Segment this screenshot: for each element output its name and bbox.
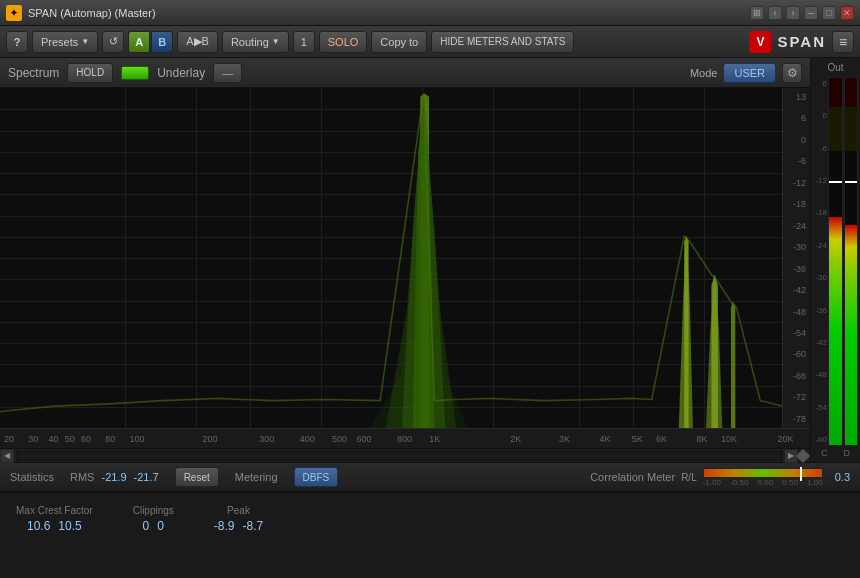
crest-r: 10.5: [58, 519, 81, 533]
clip-r: 0: [157, 519, 164, 533]
back-icon[interactable]: ‹: [768, 6, 782, 20]
x-label-100: 100: [130, 434, 145, 444]
clip-l: 0: [143, 519, 150, 533]
peak-r: -8.7: [243, 519, 264, 533]
presets-label: Presets: [41, 36, 78, 48]
y-label--24: -24: [793, 221, 806, 231]
corr-needle: [800, 467, 802, 481]
crest-factor-group: Max Crest Factor 10.6 10.5: [16, 505, 93, 533]
out-scale-0: 0: [813, 111, 827, 120]
mode-button[interactable]: USER: [723, 63, 776, 83]
presets-button[interactable]: Presets ▼: [32, 31, 98, 53]
corr-scale--05: -0.50: [730, 478, 748, 487]
minimize-button[interactable]: ─: [804, 6, 818, 20]
x-label-300: 300: [259, 434, 274, 444]
out-scale--54: -54: [813, 403, 827, 412]
presets-arrow: ▼: [81, 37, 89, 46]
out-scale--18: -18: [813, 208, 827, 217]
rl-label: R/L: [681, 472, 697, 483]
mode-group: Mode USER ⚙: [690, 63, 802, 83]
title-bar: ✦ SPAN (Automap) (Master) ⊞ ‹ › ─ □ ✕: [0, 0, 860, 26]
solo-button[interactable]: SOLO: [319, 31, 368, 53]
out-meter-r: [844, 77, 859, 446]
scroll-track[interactable]: [16, 451, 782, 461]
peak-group: Peak -8.9 -8.7: [214, 505, 263, 533]
x-label-400: 400: [300, 434, 315, 444]
corr-scale-0: 0.00: [758, 478, 774, 487]
hold-button[interactable]: HOLD: [67, 63, 113, 83]
clippings-group: Clippings 0 0: [133, 505, 174, 533]
peak-values: -8.9 -8.7: [214, 519, 263, 533]
scrollbar: ◀ ▶: [0, 448, 810, 462]
y-label--48: -48: [793, 307, 806, 317]
svg-marker-8: [706, 274, 722, 428]
ab-a-button[interactable]: A: [128, 31, 150, 53]
x-label-3k: 3K: [559, 434, 570, 444]
scroll-left-arrow[interactable]: ◀: [0, 449, 14, 463]
scroll-diamond[interactable]: [796, 448, 810, 462]
ab-group: A B: [128, 31, 173, 53]
settings-button[interactable]: ⚙: [782, 63, 802, 83]
logo-group: V SPAN ≡: [749, 31, 854, 53]
rms-l-value: -21.9: [101, 471, 126, 483]
underlay-button[interactable]: —: [213, 63, 242, 83]
plugin-name: SPAN: [777, 33, 826, 50]
rms-label: RMS: [70, 471, 94, 483]
app-icon: ✦: [6, 5, 22, 21]
spectrum-toolbar: Spectrum HOLD Underlay — Mode USER ⚙: [0, 58, 810, 88]
crest-title: Max Crest Factor: [16, 505, 93, 516]
bottom-stats: Max Crest Factor 10.6 10.5 Clippings 0 0…: [0, 492, 860, 544]
x-label-600: 600: [356, 434, 371, 444]
metering-label: Metering: [235, 471, 278, 483]
out-scale--48: -48: [813, 370, 827, 379]
underlay-label: Underlay: [157, 66, 205, 80]
y-label--42: -42: [793, 285, 806, 295]
y-label--36: -36: [793, 264, 806, 274]
out-scale--12: -12: [813, 176, 827, 185]
out-scale--6: -6: [813, 144, 827, 153]
x-label-5k: 5K: [632, 434, 643, 444]
x-label-40: 40: [49, 434, 59, 444]
window-title: SPAN (Automap) (Master): [28, 7, 750, 19]
y-label--12: -12: [793, 178, 806, 188]
reset-button[interactable]: ↺: [102, 31, 124, 53]
out-label: Out: [827, 62, 843, 73]
rms-group: RMS -21.9 -21.7: [70, 471, 159, 483]
y-label-0: 0: [801, 135, 806, 145]
reset-button[interactable]: Reset: [175, 467, 219, 487]
ab-arrow-button[interactable]: A▶B: [177, 31, 218, 53]
voxengo-logo: V: [749, 31, 771, 53]
out-scale--42: -42: [813, 338, 827, 347]
spectrum-graph[interactable]: [0, 88, 782, 428]
corr-scale-1: 1.00: [807, 478, 823, 487]
y-label--6: -6: [798, 156, 806, 166]
x-label-4k: 4K: [599, 434, 610, 444]
x-axis: 20 30 40 50 60 80 100 200 300 400 500 60…: [0, 428, 810, 448]
channel-c-label: C: [821, 448, 828, 458]
correlation-label: Correlation Meter: [590, 471, 675, 483]
spectrum-main: Spectrum HOLD Underlay — Mode USER ⚙: [0, 58, 810, 462]
hide-meters-button[interactable]: HIDE METERS AND STATS: [431, 31, 574, 53]
restore-button[interactable]: □: [822, 6, 836, 20]
x-label-60: 60: [81, 434, 91, 444]
y-label--78: -78: [793, 414, 806, 424]
routing-arrow: ▼: [272, 37, 280, 46]
y-label--72: -72: [793, 392, 806, 402]
dbfs-button[interactable]: DBFS: [294, 467, 339, 487]
x-label-8k: 8K: [697, 434, 708, 444]
close-button[interactable]: ✕: [840, 6, 854, 20]
statistics-bar: Statistics RMS -21.9 -21.7 Reset Meterin…: [0, 462, 860, 492]
routing-button[interactable]: Routing ▼: [222, 31, 289, 53]
ab-b-button[interactable]: B: [151, 31, 173, 53]
x-label-20: 20: [4, 434, 14, 444]
menu-button[interactable]: ≡: [832, 31, 854, 53]
help-button[interactable]: ?: [6, 31, 28, 53]
spectrum-label: Spectrum: [8, 66, 59, 80]
grid-icon[interactable]: ⊞: [750, 6, 764, 20]
crest-l: 10.6: [27, 519, 50, 533]
forward-icon[interactable]: ›: [786, 6, 800, 20]
clippings-title: Clippings: [133, 505, 174, 516]
copy-to-button[interactable]: Copy to: [371, 31, 427, 53]
out-scale--30: -30: [813, 273, 827, 282]
preset-num-button[interactable]: 1: [293, 31, 315, 53]
